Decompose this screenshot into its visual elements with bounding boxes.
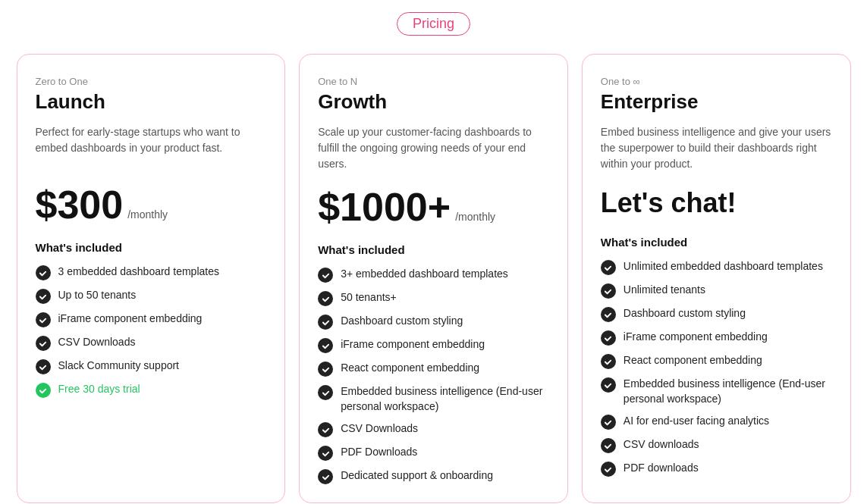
check-icon (318, 446, 333, 461)
check-icon (36, 289, 51, 304)
check-icon (601, 330, 616, 346)
plan-included-title-enterprise: What's included (601, 236, 832, 249)
check-icon (601, 354, 616, 369)
list-item: 50 tenants+ (318, 290, 549, 306)
list-item: Dedicated support & onboarding (318, 468, 549, 484)
feature-text: 50 tenants+ (341, 290, 397, 305)
check-icon (318, 315, 333, 330)
plan-tier-growth: One to N (318, 76, 549, 87)
feature-text: CSV downloads (624, 437, 699, 452)
list-item: CSV Downloads (36, 335, 267, 351)
plan-tier-launch: Zero to One (36, 76, 267, 87)
list-item: Unlimited tenants (601, 283, 832, 299)
feature-text: Dashboard custom styling (341, 314, 463, 329)
check-icon (601, 438, 616, 453)
feature-text: Free 30 days trial (58, 382, 140, 397)
feature-text: PDF downloads (624, 461, 699, 476)
plan-feature-list-growth: 3+ embedded dashboard templates50 tenant… (318, 267, 549, 484)
feature-text: CSV Downloads (341, 421, 418, 437)
check-icon (36, 359, 51, 374)
feature-text: Embedded business intelligence (End-user… (624, 377, 832, 406)
pricing-label: Pricing (397, 12, 470, 36)
check-icon (318, 268, 333, 283)
feature-text: Dashboard custom styling (624, 306, 746, 321)
check-icon (601, 415, 616, 430)
check-icon (36, 383, 51, 398)
feature-text: iFrame component embedding (58, 311, 203, 327)
check-icon (318, 291, 333, 306)
plan-price-period-launch: /monthly (127, 208, 168, 221)
list-item: Free 30 days trial (36, 382, 267, 398)
feature-text: React component embedding (624, 353, 762, 368)
check-icon (601, 283, 616, 299)
feature-text: PDF Downloads (341, 445, 417, 460)
page-header: Pricing (15, 0, 852, 54)
list-item: iFrame component embedding (601, 330, 832, 346)
feature-text: CSV Downloads (58, 335, 136, 350)
feature-text: Embedded business intelligence (End-user… (341, 384, 549, 414)
plan-feature-list-launch: 3 embedded dashboard templatesUp to 50 t… (36, 265, 267, 398)
list-item: React component embedding (601, 353, 832, 369)
check-icon (601, 462, 616, 477)
feature-text: iFrame component embedding (624, 330, 768, 345)
feature-text: iFrame component embedding (341, 337, 485, 352)
plan-price-block-launch: $300/monthly (36, 185, 267, 224)
plan-included-title-growth: What's included (318, 243, 549, 256)
plan-price-amount-growth: $1000+ (318, 187, 451, 227)
plan-description-growth: Scale up your customer-facing dashboards… (318, 124, 549, 172)
list-item: Embedded business intelligence (End-user… (318, 384, 549, 414)
plan-tier-enterprise: One to ∞ (601, 76, 832, 87)
feature-text: Up to 50 tenants (58, 288, 137, 303)
feature-text: React component embedding (341, 361, 479, 376)
list-item: Up to 50 tenants (36, 288, 267, 304)
list-item: Dashboard custom styling (601, 306, 832, 322)
feature-text: AI for end-user facing analytics (624, 414, 769, 429)
list-item: CSV Downloads (318, 421, 549, 437)
check-icon (36, 336, 51, 351)
plan-description-enterprise: Embed business intelligence and give you… (601, 124, 832, 172)
feature-text: 3 embedded dashboard templates (58, 265, 219, 280)
feature-text: Unlimited tenants (624, 283, 705, 298)
list-item: Unlimited embedded dashboard templates (601, 259, 832, 275)
plan-card-launch: Zero to OneLaunchPerfect for early-stage… (17, 54, 286, 503)
check-icon (318, 385, 333, 400)
plan-price-amount-launch: $300 (36, 185, 124, 224)
check-icon (318, 362, 333, 377)
list-item: React component embedding (318, 361, 549, 377)
list-item: AI for end-user facing analytics (601, 414, 832, 430)
list-item: Slack Community support (36, 358, 267, 374)
list-item: PDF Downloads (318, 445, 549, 461)
check-icon (36, 265, 51, 280)
plan-card-growth: One to NGrowthScale up your customer-fac… (299, 54, 568, 503)
plan-description-launch: Perfect for early-stage startups who wan… (36, 124, 267, 170)
feature-text: 3+ embedded dashboard templates (341, 267, 508, 282)
plan-lets-chat-enterprise: Let's chat! (601, 187, 832, 219)
plan-price-block-growth: $1000+/monthly (318, 187, 549, 227)
check-icon (318, 469, 333, 484)
plan-card-enterprise: One to ∞EnterpriseEmbed business intelli… (582, 54, 851, 503)
plan-name-enterprise: Enterprise (601, 90, 832, 114)
list-item: Embedded business intelligence (End-user… (601, 377, 832, 406)
plan-name-growth: Growth (318, 90, 549, 114)
check-icon (601, 377, 616, 393)
pricing-cards-container: Zero to OneLaunchPerfect for early-stage… (17, 54, 851, 503)
feature-text: Slack Community support (58, 358, 180, 374)
check-icon (318, 422, 333, 437)
list-item: Dashboard custom styling (318, 314, 549, 330)
list-item: 3 embedded dashboard templates (36, 265, 267, 280)
check-icon (601, 260, 616, 275)
list-item: 3+ embedded dashboard templates (318, 267, 549, 283)
list-item: iFrame component embedding (36, 311, 267, 327)
plan-feature-list-enterprise: Unlimited embedded dashboard templatesUn… (601, 259, 832, 477)
check-icon (601, 307, 616, 322)
check-icon (36, 312, 51, 327)
plan-price-period-growth: /monthly (455, 211, 495, 223)
plan-name-launch: Launch (36, 90, 267, 114)
feature-text: Dedicated support & onboarding (341, 468, 493, 484)
list-item: iFrame component embedding (318, 337, 549, 353)
list-item: PDF downloads (601, 461, 832, 477)
list-item: CSV downloads (601, 437, 832, 453)
feature-text: Unlimited embedded dashboard templates (624, 259, 823, 274)
plan-included-title-launch: What's included (36, 241, 267, 254)
check-icon (318, 338, 333, 353)
